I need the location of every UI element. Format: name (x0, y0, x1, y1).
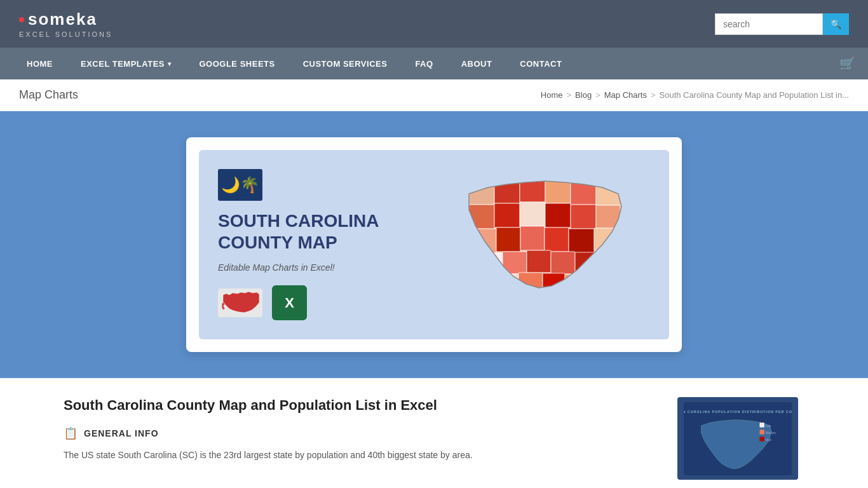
logo-dot (19, 17, 24, 22)
svg-rect-21 (551, 252, 575, 274)
svg-text:High: High (766, 438, 772, 441)
us-map-icon (218, 288, 262, 317)
general-info-icon: 📋 (64, 426, 78, 440)
svg-rect-11 (596, 205, 620, 228)
content-main: South Carolina County Map and Population… (64, 397, 658, 480)
svg-text:Medium: Medium (766, 431, 776, 434)
svg-rect-5 (596, 186, 621, 205)
search-input[interactable] (715, 13, 823, 35)
breadcrumb-current: South Carolina County Map and Population… (660, 90, 849, 100)
svg-rect-35 (759, 423, 764, 427)
main-nav: HOME EXCEL TEMPLATES ▾ GOOGLE SHEETS CUS… (0, 48, 868, 79)
site-header: someka Excel Solutions 🔍 (0, 0, 868, 48)
hero-right (440, 175, 650, 315)
hero-subtitle: Editable Map Charts in Excel! (218, 262, 428, 273)
logo-tagline: Excel Solutions (19, 30, 112, 38)
sidebar-map-thumbnail: SOUTH CAROLINA POPULATION DISTRIBUTION P… (684, 399, 792, 478)
svg-rect-20 (527, 250, 551, 273)
svg-rect-15 (545, 227, 569, 252)
breadcrumb-blog[interactable]: Blog (575, 90, 592, 100)
svg-rect-9 (545, 203, 571, 227)
hero-inner: 🌙🌴 SOUTH CAROLINA COUNTY MAP Editable Ma… (199, 150, 669, 339)
svg-rect-37 (759, 430, 764, 434)
sc-flag: 🌙🌴 (218, 169, 262, 201)
breadcrumb-sep-3: > (651, 90, 656, 100)
svg-rect-10 (571, 205, 596, 229)
search-button[interactable]: 🔍 (823, 13, 849, 35)
nav-about[interactable]: ABOUT (447, 48, 506, 79)
hero-left: 🌙🌴 SOUTH CAROLINA COUNTY MAP Editable Ma… (218, 169, 428, 320)
nav-home[interactable]: HOME (13, 48, 67, 79)
nav-google-sheets[interactable]: GOOGLE SHEETS (185, 48, 288, 79)
svg-rect-0 (469, 182, 494, 205)
breadcrumb-sep-2: > (595, 90, 600, 100)
hero-section: 🌙🌴 SOUTH CAROLINA COUNTY MAP Editable Ma… (0, 111, 868, 378)
svg-rect-25 (543, 273, 565, 290)
hero-card: 🌙🌴 SOUTH CAROLINA COUNTY MAP Editable Ma… (186, 137, 682, 352)
page-title: Map Charts (19, 88, 78, 102)
svg-rect-19 (503, 252, 527, 274)
excel-icon: X (272, 285, 307, 320)
nav-excel-templates[interactable]: EXCEL TEMPLATES ▾ (67, 48, 185, 79)
svg-rect-3 (545, 181, 571, 203)
breadcrumb: Home > Blog > Map Charts > South Carolin… (541, 90, 849, 100)
article-body: The US state South Carolina (SC) is the … (64, 448, 658, 463)
hero-icons: X (218, 285, 428, 320)
svg-rect-22 (575, 252, 597, 273)
content-section: South Carolina County Map and Population… (0, 378, 868, 488)
sidebar-thumbnail: SOUTH CAROLINA POPULATION DISTRIBUTION P… (677, 397, 798, 480)
svg-rect-2 (520, 180, 545, 202)
logo[interactable]: someka Excel Solutions (19, 10, 112, 38)
sc-county-map (456, 175, 634, 315)
nav-custom-services[interactable]: CUSTOM SERVICES (289, 48, 402, 79)
svg-rect-13 (496, 227, 520, 252)
svg-rect-8 (520, 202, 545, 226)
article-title: South Carolina County Map and Population… (64, 397, 658, 414)
content-sidebar: SOUTH CAROLINA POPULATION DISTRIBUTION P… (677, 397, 804, 480)
section-title: GENERAL INFO (84, 428, 159, 438)
breadcrumb-home[interactable]: Home (541, 90, 563, 100)
svg-rect-6 (469, 205, 494, 229)
breadcrumb-bar: Map Charts Home > Blog > Map Charts > So… (0, 79, 868, 111)
logo-text: someka (19, 10, 97, 29)
chevron-down-icon: ▾ (168, 60, 172, 67)
breadcrumb-sep-1: > (567, 90, 572, 100)
search-area: 🔍 (715, 13, 849, 35)
hero-title: SOUTH CAROLINA COUNTY MAP (218, 210, 428, 253)
svg-rect-18 (478, 253, 503, 275)
cart-icon[interactable]: 🛒 (839, 56, 855, 71)
section-header: 📋 GENERAL INFO (64, 426, 658, 440)
nav-faq[interactable]: FAQ (401, 48, 447, 79)
svg-rect-14 (520, 226, 545, 250)
svg-text:Low: Low (766, 424, 771, 427)
svg-text:SOUTH CAROLINA POPULATION DIST: SOUTH CAROLINA POPULATION DISTRIBUTION P… (684, 409, 792, 413)
svg-rect-16 (569, 229, 594, 253)
svg-rect-23 (494, 274, 519, 292)
svg-rect-39 (759, 437, 764, 441)
nav-contact[interactable]: CONTACT (506, 48, 576, 79)
svg-rect-7 (494, 203, 520, 227)
breadcrumb-map-charts[interactable]: Map Charts (604, 90, 647, 100)
